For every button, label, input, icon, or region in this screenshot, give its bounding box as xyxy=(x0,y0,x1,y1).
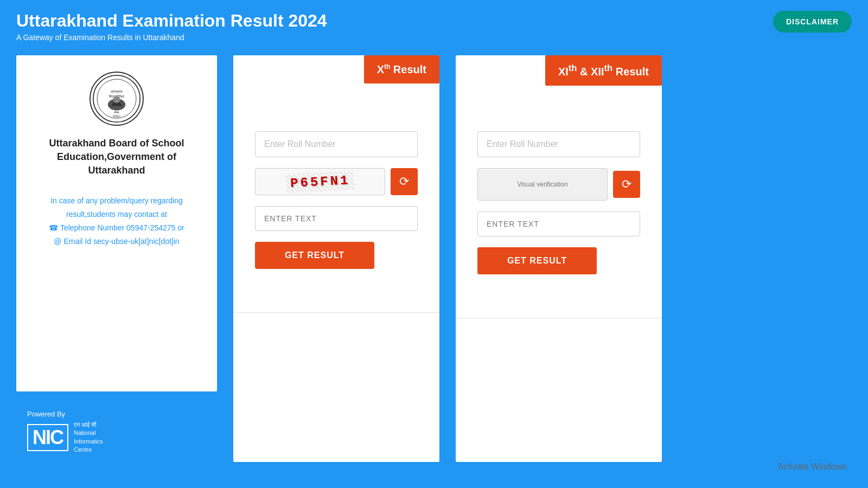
x-label: X xyxy=(377,63,384,75)
xi-form: Visual verification ⟳ GET RESULT xyxy=(456,55,662,296)
x-bottom-divider xyxy=(233,312,439,313)
x-result-tab: Xth Result xyxy=(364,55,439,84)
x-refresh-icon: ⟳ xyxy=(399,175,409,189)
disclaimer-button[interactable]: DISCLAIMER xyxy=(773,11,852,33)
activate-windows: Activate Windows xyxy=(778,462,846,472)
email-info: @ Email Id secy-ubse-uk[at]nic[dot]in xyxy=(27,235,206,248)
xi-captcha-input[interactable] xyxy=(477,211,640,236)
x-captcha-input[interactable] xyxy=(255,206,418,231)
right-panel: XIth & XIIth Result Visual verification … xyxy=(456,55,662,462)
xii-label: & XII xyxy=(577,66,604,78)
x-get-result-button[interactable]: GET RESULT xyxy=(255,242,374,269)
middle-panel: Xth Result P65FN1 ⟳ GET RESULT xyxy=(233,55,439,462)
contact-intro: In case of any problem/query regarding r… xyxy=(27,194,206,221)
nic-text: एन आई सी NationalInformaticsCentre xyxy=(74,421,103,454)
x-captcha-row: P65FN1 ⟳ xyxy=(255,168,418,195)
xi-bottom-divider xyxy=(456,318,662,318)
x-form: P65FN1 ⟳ GET RESULT xyxy=(233,55,439,291)
svg-point-6 xyxy=(113,97,120,104)
powered-by-box: Powered By NIC एन आई सी NationalInformat… xyxy=(16,402,217,462)
xi-sup: th xyxy=(569,63,577,73)
xi-label: XI xyxy=(558,66,569,78)
xi-captcha-text: Visual verification xyxy=(517,181,567,188)
board-name: Uttarakhand Board of School Education,Go… xyxy=(27,137,206,178)
page-title: Uttarakhand Examination Result 2024 xyxy=(16,11,327,31)
powered-label: Powered By xyxy=(27,410,206,418)
header-left: Uttarakhand Examination Result 2024 A Ga… xyxy=(16,11,327,42)
left-panel: उत्तराखण्ड विद्यालयी शिक्षा परिषद् देहरा… xyxy=(16,55,217,391)
nic-logo: NIC एन आई सी NationalInformaticsCentre xyxy=(27,421,206,454)
svg-text:परिषद्: परिषद् xyxy=(113,111,119,114)
xi-refresh-button[interactable]: ⟳ xyxy=(613,171,640,198)
xi-refresh-icon: ⟳ xyxy=(622,177,631,191)
xii-sup: th xyxy=(604,63,613,73)
xi-xii-result-tab: XIth & XIIth Result xyxy=(545,55,662,86)
x-suffix: Result xyxy=(390,63,426,75)
xi-get-result-button[interactable]: GET RESULT xyxy=(477,247,597,274)
svg-text:देहरादून: देहरादून xyxy=(112,114,120,118)
x-refresh-button[interactable]: ⟳ xyxy=(391,168,418,195)
left-wrapper: उत्तराखण्ड विद्यालयी शिक्षा परिषद् देहरा… xyxy=(16,50,217,462)
nic-hindi: एन आई सी xyxy=(74,421,96,428)
xi-suffix: Result xyxy=(612,66,649,78)
xi-captcha-row: Visual verification ⟳ xyxy=(477,168,640,201)
contact-info: In case of any problem/query regarding r… xyxy=(27,194,206,249)
x-roll-input[interactable] xyxy=(255,131,418,157)
nic-letters: NIC xyxy=(27,424,68,451)
x-sup: th xyxy=(384,63,390,70)
phone-info: ☎ Telephone Number 05947-254275 or xyxy=(27,221,206,235)
xi-roll-input[interactable] xyxy=(477,131,640,157)
xi-captcha-image: Visual verification xyxy=(477,168,608,201)
main-content: उत्तराखण्ड विद्यालयी शिक्षा परिषद् देहरा… xyxy=(0,50,868,462)
board-logo: उत्तराखण्ड विद्यालयी शिक्षा परिषद् देहरा… xyxy=(90,72,144,126)
board-logo-svg: उत्तराखण्ड विद्यालयी शिक्षा परिषद् देहरा… xyxy=(92,74,141,123)
header: Uttarakhand Examination Result 2024 A Ga… xyxy=(0,0,868,50)
x-captcha-text: P65FN1 xyxy=(285,170,355,193)
x-captcha-image: P65FN1 xyxy=(255,168,385,195)
page-subtitle: A Gateway of Examination Results in Utta… xyxy=(16,33,327,42)
svg-text:उत्तराखण्ड: उत्तराखण्ड xyxy=(110,89,123,93)
